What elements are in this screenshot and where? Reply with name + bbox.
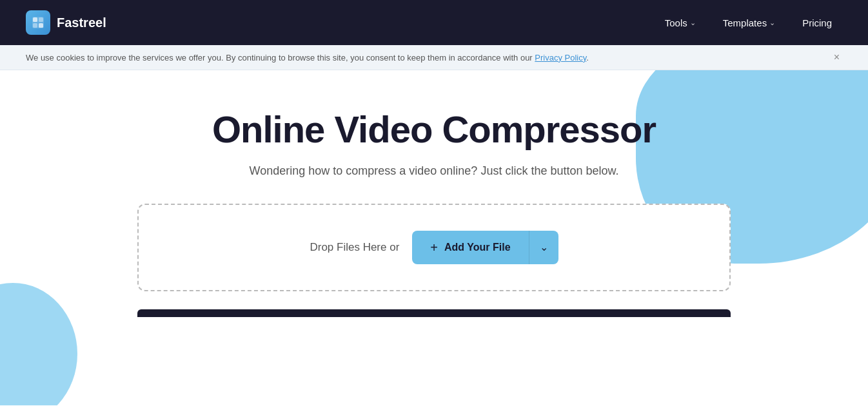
bottom-bar-decoration (137, 309, 731, 317)
navbar: Fastreel Tools ⌄ Templates ⌄ Pricing (0, 0, 868, 45)
nav-tools-label: Tools (665, 17, 687, 28)
decorative-blob-bottom-left (0, 283, 77, 405)
privacy-policy-link[interactable]: Privacy Policy (535, 53, 586, 63)
nav-item-pricing[interactable]: Pricing (792, 12, 842, 34)
add-file-dropdown-button[interactable]: ⌄ (529, 231, 558, 264)
add-file-button[interactable]: + Add Your File (412, 231, 528, 264)
hero-content: Online Video Compressor Wondering how to… (144, 109, 724, 204)
add-file-label: Add Your File (444, 242, 511, 253)
chevron-down-icon: ⌄ (540, 241, 548, 253)
cookie-close-button[interactable]: × (831, 52, 842, 63)
nav-pricing-label: Pricing (802, 17, 832, 28)
add-file-btn-group: + Add Your File ⌄ (412, 231, 558, 264)
nav-links: Tools ⌄ Templates ⌄ Pricing (655, 12, 842, 34)
svg-rect-1 (33, 17, 37, 22)
hero-title: Online Video Compressor (157, 109, 711, 150)
svg-rect-4 (39, 23, 43, 28)
chevron-down-icon: ⌄ (769, 19, 775, 27)
plus-icon: + (430, 241, 438, 254)
drop-zone[interactable]: Drop Files Here or + Add Your File ⌄ (137, 204, 731, 291)
chevron-down-icon: ⌄ (690, 19, 696, 27)
cookie-banner: We use cookies to improve the services w… (0, 45, 868, 70)
brand-logo-icon (26, 10, 50, 35)
hero-section: Online Video Compressor Wondering how to… (0, 70, 868, 405)
svg-rect-2 (39, 17, 43, 22)
nav-item-tools[interactable]: Tools ⌄ (655, 12, 706, 34)
nav-templates-label: Templates (723, 17, 767, 28)
brand-link[interactable]: Fastreel (26, 10, 106, 35)
nav-item-templates[interactable]: Templates ⌄ (713, 12, 785, 34)
hero-subtitle: Wondering how to compress a video online… (157, 164, 711, 178)
cookie-text: We use cookies to improve the services w… (26, 53, 589, 63)
brand-name: Fastreel (57, 15, 106, 30)
svg-rect-3 (33, 23, 37, 28)
drop-zone-text: Drop Files Here or (310, 241, 399, 254)
